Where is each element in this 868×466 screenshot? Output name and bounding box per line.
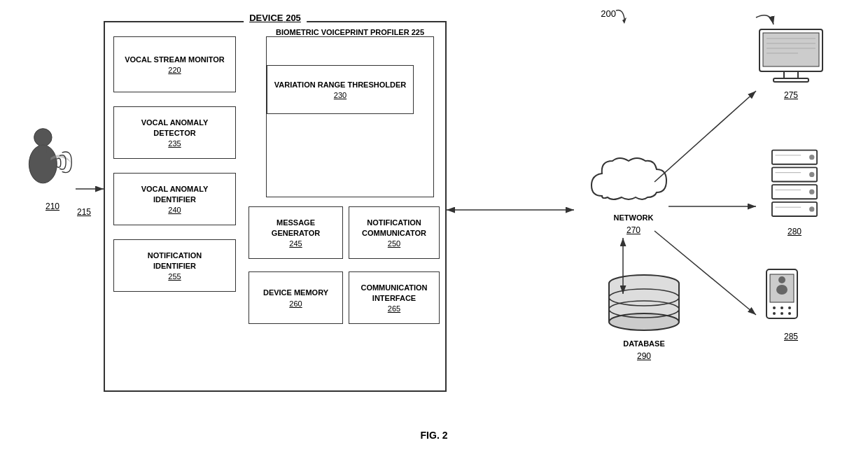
svg-point-31 (788, 312, 791, 315)
phone-icon (763, 266, 819, 329)
notification-identifier-label: NOTIFICATIONIDENTIFIER (148, 250, 202, 271)
svg-point-32 (778, 276, 785, 283)
device-box: DEVICE 205 VOCAL STREAM MONITOR 220 VOCA… (104, 21, 447, 392)
notification-communicator-number: 250 (388, 239, 400, 248)
svg-point-38 (609, 313, 679, 330)
svg-point-33 (776, 285, 788, 295)
phone-area: 285 (763, 266, 819, 341)
svg-point-30 (780, 312, 783, 315)
device-memory-label: DEVICE MEMORY (263, 288, 328, 297)
computer-ref: 275 (756, 90, 826, 100)
person-icon (21, 126, 84, 196)
vocal-stream-monitor-box: VOCAL STREAM MONITOR 220 (113, 36, 236, 92)
communication-interface-label: COMMUNICATIONINTERFACE (360, 283, 427, 303)
vocal-anomaly-identifier-number: 240 (168, 206, 181, 214)
svg-rect-5 (763, 33, 819, 66)
communication-interface-box: COMMUNICATIONINTERFACE 265 (349, 271, 440, 324)
message-generator-label: MESSAGEGENERATOR (272, 218, 320, 238)
vocal-anomaly-identifier-label: VOCAL ANOMALYIDENTIFIER (141, 184, 209, 204)
svg-point-17 (809, 190, 814, 195)
message-generator-number: 245 (289, 239, 302, 248)
svg-point-26 (773, 306, 776, 309)
network-cloud-icon (588, 154, 679, 210)
database-ref: 290 (602, 351, 686, 361)
person-area: 210 (14, 126, 91, 211)
device-memory-number: 260 (289, 299, 302, 308)
svg-point-13 (809, 155, 814, 160)
svg-rect-3 (39, 145, 47, 153)
server-icon (763, 147, 826, 224)
device-label: DEVICE 205 (244, 13, 307, 23)
svg-rect-7 (774, 78, 808, 82)
variation-range-thresholder-number: 230 (334, 91, 346, 99)
biometric-label: BIOMETRIC VOICEPRINT PROFILER 225 (273, 28, 427, 36)
network-label: NETWORK (588, 213, 679, 223)
database-icon (602, 273, 686, 336)
server-ref: 280 (763, 227, 826, 236)
device-memory-box: DEVICE MEMORY 260 (248, 271, 343, 324)
variation-range-thresholder-box: VARIATION RANGE THRESHOLDER 230 (267, 65, 414, 114)
database-area: DATABASE 290 (602, 273, 686, 361)
biometric-voiceprint-profiler-box: BIOMETRIC VOICEPRINT PROFILER 225 VARIAT… (266, 36, 434, 197)
database-label: DATABASE (602, 339, 686, 348)
svg-point-28 (788, 306, 791, 309)
vocal-stream-monitor-number: 220 (168, 66, 181, 74)
diagram-container: 200 210 215 DEVICE 205 VOCAL STREAM MO (0, 0, 868, 448)
svg-point-15 (809, 172, 814, 177)
notification-identifier-number: 255 (168, 272, 181, 281)
vocal-anomaly-detector-box: VOCAL ANOMALYDETECTOR 235 (113, 106, 236, 159)
communication-interface-number: 265 (388, 304, 400, 313)
network-ref: 270 (588, 225, 679, 235)
vocal-stream-monitor-label: VOCAL STREAM MONITOR (125, 55, 225, 64)
svg-point-1 (34, 129, 52, 146)
computer-area: 275 (756, 28, 826, 100)
vocal-anomaly-identifier-box: VOCAL ANOMALYIDENTIFIER 240 (113, 173, 236, 225)
message-generator-box: MESSAGEGENERATOR 245 (248, 206, 343, 259)
computer-icon (756, 28, 826, 87)
notification-communicator-label: NOTIFICATIONCOMMUNICATOR (362, 218, 426, 238)
svg-rect-6 (784, 71, 798, 78)
vocal-anomaly-detector-number: 235 (168, 139, 181, 148)
diagram-number: 200 (601, 8, 630, 19)
notification-communicator-box: NOTIFICATIONCOMMUNICATOR 250 (349, 206, 440, 259)
voice-wave-ref: 215 (77, 207, 91, 217)
network-area: NETWORK 270 (588, 154, 679, 235)
svg-point-29 (773, 312, 776, 315)
notification-identifier-box: NOTIFICATIONIDENTIFIER 255 (113, 239, 236, 292)
svg-point-27 (780, 306, 783, 309)
server-area: 280 (763, 147, 826, 236)
svg-point-19 (809, 206, 814, 211)
vocal-anomaly-detector-label: VOCAL ANOMALYDETECTOR (141, 118, 209, 138)
variation-range-thresholder-label: VARIATION RANGE THRESHOLDER (274, 80, 406, 90)
phone-ref: 285 (763, 332, 819, 341)
fig-label: FIG. 2 (421, 430, 448, 441)
